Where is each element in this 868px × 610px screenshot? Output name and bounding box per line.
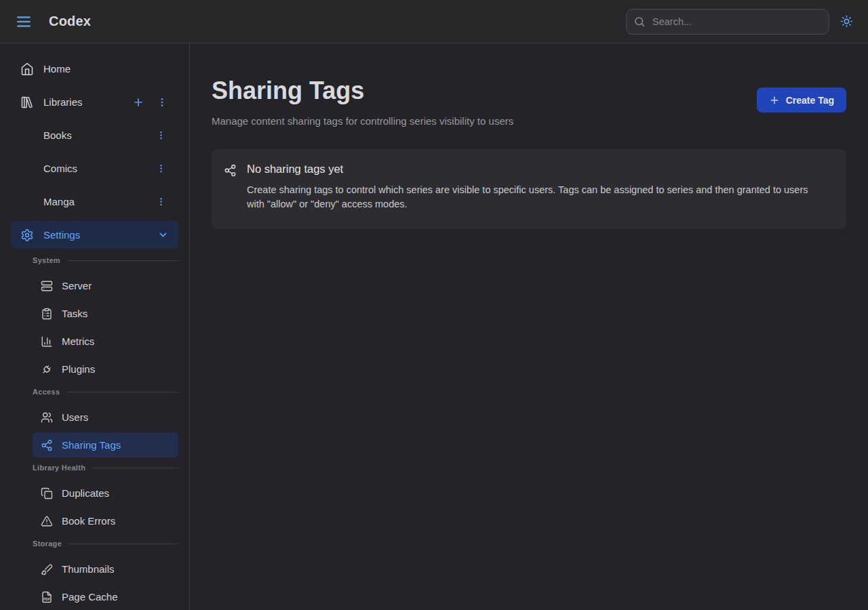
share-icon bbox=[224, 163, 237, 211]
sub-item-label: Duplicates bbox=[62, 487, 109, 499]
sub-item-label: Sharing Tags bbox=[62, 439, 121, 451]
section-header-system: System bbox=[33, 254, 178, 266]
section-header-storage: Storage bbox=[33, 537, 178, 550]
library-item-label: Books bbox=[43, 129, 72, 141]
library-item-label: Comics bbox=[43, 163, 77, 174]
sidebar-item-label: Libraries bbox=[43, 96, 83, 108]
sidebar-item-duplicates[interactable]: Duplicates bbox=[33, 481, 178, 506]
search-container bbox=[626, 9, 829, 35]
app-title: Codex bbox=[49, 14, 91, 29]
libraries-menu-button[interactable] bbox=[155, 96, 169, 109]
hamburger-menu-button[interactable] bbox=[15, 13, 33, 30]
books-menu-button[interactable] bbox=[155, 129, 167, 142]
home-icon bbox=[20, 62, 34, 76]
divider bbox=[92, 468, 178, 468]
topbar: Codex bbox=[0, 0, 868, 43]
sub-item-label: Users bbox=[62, 411, 88, 423]
sidebar-item-metrics[interactable]: Metrics bbox=[33, 329, 178, 354]
kebab-icon bbox=[156, 163, 166, 174]
sub-item-label: Tasks bbox=[62, 308, 87, 319]
sidebar-item-manga[interactable]: Manga bbox=[33, 188, 178, 216]
gear-icon bbox=[20, 228, 34, 242]
divider bbox=[66, 392, 178, 392]
sub-item-label: Plugins bbox=[62, 363, 95, 375]
sub-item-label: Book Errors bbox=[62, 515, 115, 527]
sun-icon bbox=[840, 15, 853, 28]
server-icon bbox=[41, 280, 53, 292]
chevron-down-icon bbox=[157, 229, 169, 241]
empty-state-description: Create sharing tags to control which ser… bbox=[247, 183, 811, 211]
search-input[interactable] bbox=[626, 9, 829, 35]
sidebar-item-sharing-tags[interactable]: Sharing Tags bbox=[33, 432, 178, 458]
sidebar-item-server[interactable]: Server bbox=[33, 273, 178, 298]
section-header-access: Access bbox=[33, 386, 178, 398]
kebab-icon bbox=[156, 197, 166, 207]
sidebar: Home Libraries Books bbox=[0, 43, 190, 610]
sidebar-item-users[interactable]: Users bbox=[33, 405, 178, 430]
theme-toggle-button[interactable] bbox=[840, 15, 853, 28]
section-header-label: System bbox=[33, 256, 60, 264]
sidebar-item-books[interactable]: Books bbox=[33, 121, 178, 149]
section-header-label: Library Health bbox=[33, 464, 85, 472]
empty-state-card: No sharing tags yet Create sharing tags … bbox=[212, 149, 846, 229]
menu-icon bbox=[15, 13, 33, 30]
share-icon bbox=[41, 439, 53, 451]
sidebar-item-thumbnails[interactable]: Thumbnails bbox=[33, 556, 178, 582]
clipboard-list-icon bbox=[41, 308, 53, 320]
kebab-icon bbox=[156, 130, 166, 140]
sidebar-item-label: Home bbox=[43, 63, 71, 75]
sub-item-label: Page Cache bbox=[62, 591, 118, 603]
copy-icon bbox=[41, 487, 53, 500]
sidebar-item-libraries[interactable]: Libraries bbox=[11, 88, 178, 116]
alert-triangle-icon bbox=[41, 515, 53, 527]
plus-icon bbox=[132, 96, 144, 108]
sidebar-item-page-cache[interactable]: PDF Page Cache bbox=[33, 584, 178, 609]
page-header: Sharing Tags Manage content sharing tags… bbox=[212, 77, 846, 127]
divider bbox=[67, 260, 178, 261]
page-header-text: Sharing Tags Manage content sharing tags… bbox=[212, 77, 513, 127]
paintbrush-icon bbox=[41, 563, 53, 575]
plus-icon bbox=[769, 95, 780, 106]
section-header-label: Storage bbox=[33, 540, 62, 548]
add-library-button[interactable] bbox=[131, 95, 146, 110]
library-item-label: Manga bbox=[43, 196, 75, 207]
bar-chart-icon bbox=[41, 336, 53, 348]
sidebar-item-comics[interactable]: Comics bbox=[33, 155, 178, 182]
page-subtitle: Manage content sharing tags for controll… bbox=[212, 115, 513, 127]
create-tag-button-label: Create Tag bbox=[786, 95, 834, 106]
section-header-label: Access bbox=[33, 388, 60, 396]
library-icon bbox=[20, 96, 34, 109]
manga-menu-button[interactable] bbox=[155, 195, 167, 208]
kebab-icon bbox=[157, 97, 167, 108]
sub-item-label: Server bbox=[62, 280, 92, 291]
sidebar-item-tasks[interactable]: Tasks bbox=[33, 301, 178, 326]
sidebar-item-book-errors[interactable]: Book Errors bbox=[33, 508, 178, 533]
users-icon bbox=[41, 411, 53, 424]
main-content: Sharing Tags Manage content sharing tags… bbox=[190, 43, 868, 610]
sub-item-label: Metrics bbox=[62, 336, 94, 347]
pdf-file-icon: PDF bbox=[41, 591, 53, 603]
create-tag-button[interactable]: Create Tag bbox=[757, 87, 846, 113]
sidebar-item-home[interactable]: Home bbox=[11, 55, 178, 83]
plug-icon bbox=[41, 363, 53, 375]
sidebar-item-settings[interactable]: Settings bbox=[11, 221, 178, 249]
sidebar-item-plugins[interactable]: Plugins bbox=[33, 357, 178, 382]
comics-menu-button[interactable] bbox=[155, 162, 167, 175]
sidebar-item-label: Settings bbox=[43, 229, 80, 241]
empty-state-text: No sharing tags yet Create sharing tags … bbox=[247, 163, 811, 211]
svg-text:PDF: PDF bbox=[43, 597, 50, 601]
section-header-library-health: Library Health bbox=[33, 462, 178, 474]
page-title: Sharing Tags bbox=[212, 77, 513, 104]
divider bbox=[68, 544, 178, 544]
search-icon bbox=[633, 16, 646, 28]
sub-item-label: Thumbnails bbox=[62, 563, 115, 575]
empty-state-title: No sharing tags yet bbox=[247, 163, 811, 176]
